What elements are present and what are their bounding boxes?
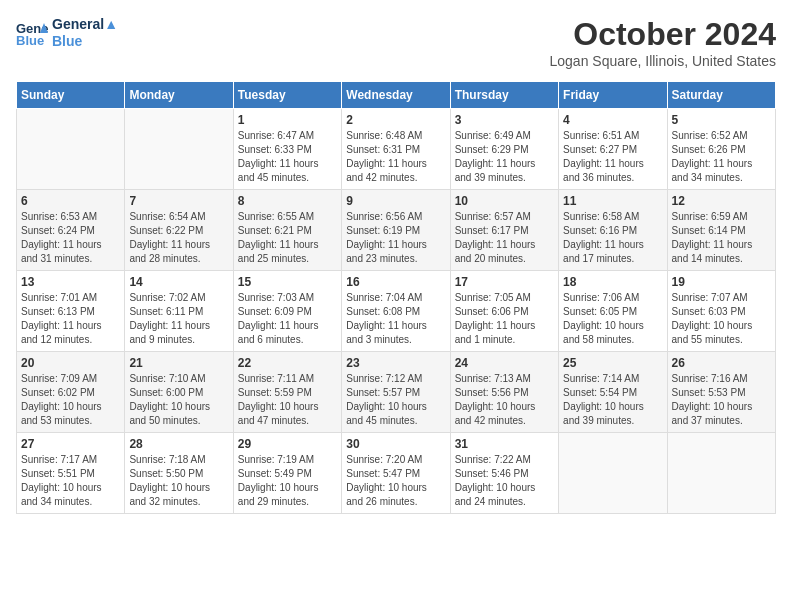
day-number: 19: [672, 275, 771, 289]
day-info: Sunrise: 6:49 AMSunset: 6:29 PMDaylight:…: [455, 129, 554, 185]
day-number: 29: [238, 437, 337, 451]
calendar-cell: 16Sunrise: 7:04 AMSunset: 6:08 PMDayligh…: [342, 271, 450, 352]
calendar-header-row: Sunday Monday Tuesday Wednesday Thursday…: [17, 82, 776, 109]
calendar-cell: 15Sunrise: 7:03 AMSunset: 6:09 PMDayligh…: [233, 271, 341, 352]
calendar-cell: 19Sunrise: 7:07 AMSunset: 6:03 PMDayligh…: [667, 271, 775, 352]
day-number: 26: [672, 356, 771, 370]
day-info: Sunrise: 6:55 AMSunset: 6:21 PMDaylight:…: [238, 210, 337, 266]
day-info: Sunrise: 7:14 AMSunset: 5:54 PMDaylight:…: [563, 372, 662, 428]
calendar-cell: 12Sunrise: 6:59 AMSunset: 6:14 PMDayligh…: [667, 190, 775, 271]
header-monday: Monday: [125, 82, 233, 109]
day-number: 25: [563, 356, 662, 370]
day-number: 13: [21, 275, 120, 289]
calendar-cell: 4Sunrise: 6:51 AMSunset: 6:27 PMDaylight…: [559, 109, 667, 190]
day-number: 5: [672, 113, 771, 127]
calendar-cell: 2Sunrise: 6:48 AMSunset: 6:31 PMDaylight…: [342, 109, 450, 190]
calendar-cell: 14Sunrise: 7:02 AMSunset: 6:11 PMDayligh…: [125, 271, 233, 352]
calendar-cell: 7Sunrise: 6:54 AMSunset: 6:22 PMDaylight…: [125, 190, 233, 271]
day-info: Sunrise: 6:51 AMSunset: 6:27 PMDaylight:…: [563, 129, 662, 185]
calendar-cell: [667, 433, 775, 514]
calendar-week-4: 20Sunrise: 7:09 AMSunset: 6:02 PMDayligh…: [17, 352, 776, 433]
day-number: 24: [455, 356, 554, 370]
calendar-cell: 8Sunrise: 6:55 AMSunset: 6:21 PMDaylight…: [233, 190, 341, 271]
day-number: 18: [563, 275, 662, 289]
day-info: Sunrise: 7:13 AMSunset: 5:56 PMDaylight:…: [455, 372, 554, 428]
day-info: Sunrise: 7:01 AMSunset: 6:13 PMDaylight:…: [21, 291, 120, 347]
calendar-cell: 5Sunrise: 6:52 AMSunset: 6:26 PMDaylight…: [667, 109, 775, 190]
day-info: Sunrise: 7:12 AMSunset: 5:57 PMDaylight:…: [346, 372, 445, 428]
calendar-cell: 17Sunrise: 7:05 AMSunset: 6:06 PMDayligh…: [450, 271, 558, 352]
calendar-cell: [559, 433, 667, 514]
logo: General Blue General▲ Blue: [16, 16, 118, 50]
day-info: Sunrise: 6:48 AMSunset: 6:31 PMDaylight:…: [346, 129, 445, 185]
day-info: Sunrise: 6:59 AMSunset: 6:14 PMDaylight:…: [672, 210, 771, 266]
day-info: Sunrise: 7:02 AMSunset: 6:11 PMDaylight:…: [129, 291, 228, 347]
day-number: 9: [346, 194, 445, 208]
day-number: 28: [129, 437, 228, 451]
day-info: Sunrise: 7:20 AMSunset: 5:47 PMDaylight:…: [346, 453, 445, 509]
header-sunday: Sunday: [17, 82, 125, 109]
day-info: Sunrise: 7:06 AMSunset: 6:05 PMDaylight:…: [563, 291, 662, 347]
calendar-week-2: 6Sunrise: 6:53 AMSunset: 6:24 PMDaylight…: [17, 190, 776, 271]
header-wednesday: Wednesday: [342, 82, 450, 109]
day-number: 3: [455, 113, 554, 127]
day-number: 23: [346, 356, 445, 370]
day-info: Sunrise: 6:47 AMSunset: 6:33 PMDaylight:…: [238, 129, 337, 185]
day-info: Sunrise: 7:22 AMSunset: 5:46 PMDaylight:…: [455, 453, 554, 509]
day-info: Sunrise: 6:54 AMSunset: 6:22 PMDaylight:…: [129, 210, 228, 266]
calendar-week-1: 1Sunrise: 6:47 AMSunset: 6:33 PMDaylight…: [17, 109, 776, 190]
calendar-cell: 29Sunrise: 7:19 AMSunset: 5:49 PMDayligh…: [233, 433, 341, 514]
calendar-cell: 20Sunrise: 7:09 AMSunset: 6:02 PMDayligh…: [17, 352, 125, 433]
day-info: Sunrise: 7:11 AMSunset: 5:59 PMDaylight:…: [238, 372, 337, 428]
day-number: 12: [672, 194, 771, 208]
calendar-cell: 27Sunrise: 7:17 AMSunset: 5:51 PMDayligh…: [17, 433, 125, 514]
calendar-cell: 3Sunrise: 6:49 AMSunset: 6:29 PMDaylight…: [450, 109, 558, 190]
day-info: Sunrise: 7:10 AMSunset: 6:00 PMDaylight:…: [129, 372, 228, 428]
calendar-cell: 22Sunrise: 7:11 AMSunset: 5:59 PMDayligh…: [233, 352, 341, 433]
day-number: 1: [238, 113, 337, 127]
calendar-cell: 24Sunrise: 7:13 AMSunset: 5:56 PMDayligh…: [450, 352, 558, 433]
calendar-cell: 6Sunrise: 6:53 AMSunset: 6:24 PMDaylight…: [17, 190, 125, 271]
calendar-week-5: 27Sunrise: 7:17 AMSunset: 5:51 PMDayligh…: [17, 433, 776, 514]
day-info: Sunrise: 7:16 AMSunset: 5:53 PMDaylight:…: [672, 372, 771, 428]
header-friday: Friday: [559, 82, 667, 109]
day-number: 31: [455, 437, 554, 451]
day-info: Sunrise: 6:58 AMSunset: 6:16 PMDaylight:…: [563, 210, 662, 266]
calendar-cell: 1Sunrise: 6:47 AMSunset: 6:33 PMDaylight…: [233, 109, 341, 190]
calendar-cell: 11Sunrise: 6:58 AMSunset: 6:16 PMDayligh…: [559, 190, 667, 271]
calendar-cell: 13Sunrise: 7:01 AMSunset: 6:13 PMDayligh…: [17, 271, 125, 352]
calendar-cell: 23Sunrise: 7:12 AMSunset: 5:57 PMDayligh…: [342, 352, 450, 433]
location: Logan Square, Illinois, United States: [550, 53, 776, 69]
calendar-week-3: 13Sunrise: 7:01 AMSunset: 6:13 PMDayligh…: [17, 271, 776, 352]
day-info: Sunrise: 7:17 AMSunset: 5:51 PMDaylight:…: [21, 453, 120, 509]
calendar-cell: 26Sunrise: 7:16 AMSunset: 5:53 PMDayligh…: [667, 352, 775, 433]
day-number: 17: [455, 275, 554, 289]
day-number: 16: [346, 275, 445, 289]
day-info: Sunrise: 6:52 AMSunset: 6:26 PMDaylight:…: [672, 129, 771, 185]
calendar-cell: 18Sunrise: 7:06 AMSunset: 6:05 PMDayligh…: [559, 271, 667, 352]
header-tuesday: Tuesday: [233, 82, 341, 109]
calendar-cell: 9Sunrise: 6:56 AMSunset: 6:19 PMDaylight…: [342, 190, 450, 271]
title-section: October 2024 Logan Square, Illinois, Uni…: [550, 16, 776, 69]
day-number: 4: [563, 113, 662, 127]
day-info: Sunrise: 6:56 AMSunset: 6:19 PMDaylight:…: [346, 210, 445, 266]
day-number: 10: [455, 194, 554, 208]
day-number: 20: [21, 356, 120, 370]
day-number: 14: [129, 275, 228, 289]
day-info: Sunrise: 7:07 AMSunset: 6:03 PMDaylight:…: [672, 291, 771, 347]
day-info: Sunrise: 7:05 AMSunset: 6:06 PMDaylight:…: [455, 291, 554, 347]
page-header: General Blue General▲ Blue October 2024 …: [16, 16, 776, 69]
day-number: 8: [238, 194, 337, 208]
day-number: 2: [346, 113, 445, 127]
day-info: Sunrise: 7:19 AMSunset: 5:49 PMDaylight:…: [238, 453, 337, 509]
day-info: Sunrise: 6:53 AMSunset: 6:24 PMDaylight:…: [21, 210, 120, 266]
day-number: 27: [21, 437, 120, 451]
month-title: October 2024: [550, 16, 776, 53]
day-number: 11: [563, 194, 662, 208]
day-info: Sunrise: 6:57 AMSunset: 6:17 PMDaylight:…: [455, 210, 554, 266]
calendar-cell: 10Sunrise: 6:57 AMSunset: 6:17 PMDayligh…: [450, 190, 558, 271]
calendar: Sunday Monday Tuesday Wednesday Thursday…: [16, 81, 776, 514]
calendar-cell: [17, 109, 125, 190]
header-saturday: Saturday: [667, 82, 775, 109]
header-thursday: Thursday: [450, 82, 558, 109]
